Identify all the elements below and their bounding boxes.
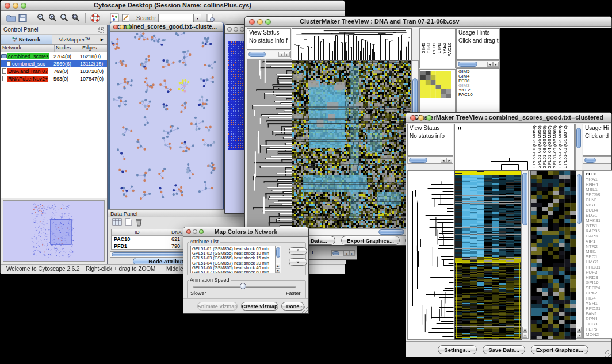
tab-vizmapper[interactable]: VizMapper™ <box>52 35 97 44</box>
scroll-down-icon[interactable]: ▾ <box>577 332 582 338</box>
close-icon[interactable] <box>5 3 10 9</box>
gene-list-item[interactable]: SPC98 <box>586 192 612 197</box>
zoom-out-icon[interactable] <box>37 13 46 22</box>
gene-list-item[interactable]: HRD3 <box>586 275 612 280</box>
network-view-titlebar[interactable]: combined_scores_good.txt--cluste... <box>110 22 223 32</box>
fragment-hscrollbar[interactable]: ◂ ▸ <box>331 250 355 256</box>
close-icon[interactable] <box>186 229 191 234</box>
network-list-row[interactable]: RNAPuberNov2+563(0)107847(0) <box>1 75 107 82</box>
attribute-doc-icon[interactable] <box>206 13 215 22</box>
gene-list-item[interactable]: NTR2 <box>586 244 612 249</box>
gene-list-item[interactable]: MSL1 <box>586 187 612 192</box>
new-attribute-icon[interactable] <box>125 218 132 228</box>
zoom-heatmap-canvas[interactable] <box>530 170 576 340</box>
zoom-window-icon[interactable] <box>199 229 204 234</box>
gene-list-item[interactable]: YRA1 <box>586 177 612 182</box>
gene-list-panel[interactable]: GIM5GIM4PFD1GIM3YKE2PAC10 <box>456 68 500 113</box>
usage-hints-hscrollbar[interactable] <box>583 156 611 164</box>
heatmap-canvas[interactable] <box>454 170 522 340</box>
correlation-matrix-canvas[interactable] <box>420 71 451 98</box>
create-vizmap-button[interactable]: Create Vizmap <box>241 302 278 311</box>
column-header-id[interactable]: ID <box>112 229 163 235</box>
gene-list-item[interactable]: RPO21 <box>586 306 612 311</box>
attribute-list-item[interactable]: GPL51-03 (GSM856) heat shock 15 min <box>191 256 281 260</box>
network-list-row[interactable]: combined_sco2569(6)13112(15) <box>1 60 107 67</box>
save-data-button[interactable]: Save Data... <box>483 345 525 354</box>
usage-hints-hscrollbar[interactable]: ◂ ▸ <box>456 60 500 68</box>
gene-list-item[interactable]: SEC24 <box>586 285 612 290</box>
column-labels-vscrollbar[interactable] <box>575 124 582 170</box>
column-dendrogram-canvas[interactable] <box>292 28 412 61</box>
minimize-icon[interactable] <box>234 27 238 32</box>
zoom-in-icon[interactable] <box>48 13 58 22</box>
help-lifesaver-icon[interactable] <box>90 13 100 23</box>
row-dendrogram-canvas[interactable] <box>247 59 292 229</box>
dialog-titlebar[interactable]: Map Colors to Network <box>183 227 308 237</box>
scroll-left-icon[interactable]: ◂ <box>487 62 493 67</box>
scroll-right-icon[interactable]: ▸ <box>284 52 290 57</box>
gene-list-item[interactable]: RPN1 <box>586 316 612 321</box>
scroll-down-icon[interactable]: ▾ <box>276 268 280 273</box>
scroll-up-icon[interactable]: ▴ <box>577 327 582 332</box>
gene-list-item[interactable]: GTB1 <box>586 223 612 228</box>
gene-list-item[interactable]: HAP3 <box>586 233 612 239</box>
annotation-icon[interactable] <box>121 13 131 22</box>
scroll-up-icon[interactable]: ▴ <box>276 263 280 267</box>
zoom-vscrollbar[interactable]: ▴ ▾ <box>576 170 583 339</box>
scroll-right-icon[interactable]: ▸ <box>493 62 499 67</box>
minimize-icon[interactable] <box>13 3 18 9</box>
attribute-listbox[interactable]: GPL51-01 (GSM854) heat shock 05 minGPL51… <box>190 246 281 273</box>
zoom-fit-icon[interactable] <box>71 13 81 22</box>
settings-button[interactable]: Settings... <box>438 345 477 354</box>
gene-list-item[interactable]: BUD4 <box>586 208 612 213</box>
zoom-window-icon[interactable] <box>426 115 432 121</box>
column-header-edges[interactable]: Edges <box>81 45 106 52</box>
scroll-left-icon[interactable]: ◂ <box>278 52 284 57</box>
network-canvas[interactable] <box>111 32 223 213</box>
scrollbar-thumb[interactable] <box>409 158 427 163</box>
export-graphics-button[interactable]: Export Graphics... <box>341 236 400 245</box>
resize-grip[interactable] <box>301 306 308 313</box>
gene-list-item[interactable]: PAN1 <box>586 311 612 316</box>
scroll-right-icon[interactable]: ▸ <box>349 251 355 256</box>
close-icon[interactable] <box>227 27 232 32</box>
column-dendrogram-canvas[interactable] <box>454 124 530 171</box>
scrollbar-thumb[interactable] <box>458 62 477 67</box>
gene-list-item[interactable]: ELG1 <box>586 213 612 218</box>
heatmap-hscrollbar[interactable]: ◂ ▸ <box>292 228 419 236</box>
main-titlebar[interactable]: Cytoscape Desktop (Session Name: collins… <box>1 1 345 11</box>
gene-list-item[interactable]: RNR4 <box>586 182 612 187</box>
gene-list-item[interactable]: HMG1 <box>586 259 612 265</box>
gene-list-item[interactable]: NIS1 <box>586 202 612 208</box>
attribute-list-vscrollbar[interactable]: ▴ ▾ <box>275 246 281 273</box>
gene-list-item[interactable]: KAP95 <box>586 228 612 233</box>
heatmap-canvas[interactable] <box>292 60 412 229</box>
zoom-window-icon[interactable] <box>126 25 131 29</box>
minimize-icon[interactable] <box>193 229 197 234</box>
network-overview-canvas[interactable] <box>3 201 104 261</box>
gene-list-item[interactable]: VIP1 <box>586 239 612 244</box>
row-dendrogram-canvas[interactable] <box>407 170 454 340</box>
gene-list-item[interactable]: SEC1 <box>586 254 612 259</box>
attribute-list-item[interactable]: GPL51-02 (GSM855) heat shock 10 min <box>191 251 281 256</box>
gene-list-item[interactable]: PAC10 <box>458 93 499 97</box>
gene-list-item[interactable]: PUF3 <box>586 270 612 275</box>
network-view-icon[interactable] <box>110 13 119 22</box>
zoom-window-icon[interactable] <box>21 3 26 9</box>
minimize-icon[interactable] <box>418 115 424 121</box>
view-status-hscrollbar[interactable]: ◂ ▸ <box>407 156 453 164</box>
scrollbar-thumb[interactable] <box>584 158 596 163</box>
gene-list-item[interactable]: GPI16 <box>586 280 612 285</box>
scroll-up-icon[interactable]: ▴ <box>522 327 527 332</box>
save-icon[interactable] <box>18 14 27 22</box>
close-icon[interactable] <box>410 115 416 121</box>
zoom-window-icon[interactable] <box>240 27 244 32</box>
gene-list-item[interactable]: TCB3 <box>586 321 612 327</box>
speed-slider-thumb[interactable] <box>240 283 246 289</box>
scrollbar-thumb[interactable] <box>332 251 339 255</box>
attribute-list-item[interactable]: GPL51-07 (GSM868) heat shock 60 min <box>191 270 281 273</box>
scrollbar-thumb[interactable] <box>577 174 582 224</box>
zoom-window-icon[interactable] <box>265 19 271 25</box>
network-list-row[interactable]: combined_scores2764(0)16218(0) <box>1 52 107 60</box>
scrollbar-thumb[interactable] <box>378 229 404 235</box>
